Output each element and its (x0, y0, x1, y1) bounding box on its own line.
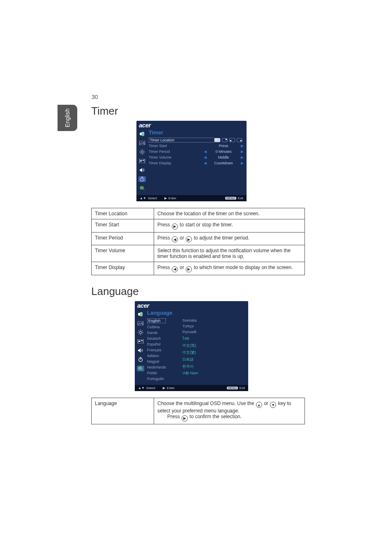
svg-point-9 (140, 186, 144, 190)
page-number: 30 (92, 94, 98, 100)
osd-row-label: Timer Location (149, 138, 214, 143)
right-arrow-icon: ▶ (172, 223, 178, 230)
lang-item[interactable]: Magyar (147, 359, 166, 364)
lang-item[interactable]: Dansk (147, 331, 166, 335)
svg-rect-7 (143, 160, 144, 161)
lang-item[interactable]: Français (147, 348, 166, 352)
desc-text: Press (167, 414, 181, 419)
down-arrow-icon: ▼ (270, 402, 276, 408)
right-arrow-icon: ▶ (240, 155, 244, 159)
screen-pos-icon (237, 138, 242, 142)
left-arrow-icon: ◀ (203, 155, 207, 159)
image-icon[interactable] (137, 320, 144, 326)
desc-text: Press (157, 222, 171, 228)
right-arrow-icon: ▶ (240, 161, 244, 165)
osd-row-value: Countdown (207, 161, 240, 165)
setting-desc: Press ◀ or ▶ to adjust the timer period. (154, 232, 305, 245)
language-osd-panel: acer Language English Čeština Dansk (135, 301, 248, 391)
management-icon[interactable] (137, 329, 144, 335)
osd-row-timer-display[interactable]: Timer Display ◀ Countdown ▶ (149, 160, 244, 166)
timer-settings-table: Timer Location Choose the location of th… (91, 208, 305, 275)
language-icon[interactable] (138, 185, 146, 191)
svg-point-12 (140, 313, 143, 316)
footer-enter-label: Enter (167, 386, 175, 390)
lang-item[interactable]: Español (147, 342, 166, 346)
setting-key: Timer Volume (92, 245, 154, 262)
language-grid: English Čeština Dansk Deutsch Español Fr… (147, 318, 246, 383)
desc-text: to adjust the timer period. (192, 235, 249, 241)
lang-item[interactable]: 中文(繁) (182, 350, 198, 355)
lang-item[interactable]: Deutsch (147, 336, 166, 341)
svg-point-4 (141, 151, 143, 153)
lang-item[interactable]: Italiano (147, 354, 166, 358)
screen-pos-icon (214, 138, 220, 142)
osd-brand: acer (136, 121, 247, 129)
setting-icon[interactable] (138, 158, 146, 164)
audio-icon[interactable] (138, 167, 146, 173)
side-tab-label: English (64, 108, 71, 127)
svg-point-14 (139, 331, 141, 333)
osd-brand: acer (135, 301, 248, 309)
lang-item[interactable]: ไทย (182, 336, 198, 341)
color-icon[interactable] (137, 311, 144, 317)
lang-item[interactable]: Việt Nam (182, 371, 198, 375)
up-down-arrow-icon: ▲▼ (138, 386, 145, 390)
left-arrow-icon: ◀ (172, 266, 178, 272)
language-icon[interactable] (137, 366, 144, 371)
svg-rect-6 (140, 160, 142, 161)
lang-item[interactable]: 中文(简) (182, 343, 198, 348)
desc-text: to confirm the selection. (188, 414, 242, 419)
setting-key: Language (92, 398, 154, 424)
management-icon[interactable] (138, 149, 146, 155)
lang-item[interactable]: 日本語 (182, 357, 198, 362)
setting-desc: Choose the multilingual OSD menu. Use th… (154, 398, 305, 424)
table-row: Timer Start Press ▶ to start or stop the… (92, 219, 305, 233)
language-side-tab: English (58, 105, 77, 131)
up-down-arrow-icon: ▲▼ (140, 196, 146, 200)
setting-desc: Press ▶ to start or stop the timer. (154, 219, 305, 233)
language-heading: Language (91, 285, 305, 298)
lang-item[interactable]: Čeština (147, 325, 166, 329)
timer-icon[interactable] (138, 176, 146, 182)
svg-rect-16 (138, 341, 140, 342)
lang-item[interactable]: Nederlands (147, 365, 166, 369)
osd-row-timer-period[interactable]: Timer Period ◀ 0 Minutes ▶ (149, 149, 244, 154)
desc-text: to start or stop the timer. (178, 222, 233, 228)
audio-icon[interactable] (137, 348, 144, 353)
osd-footer: ▲▼Select ▶Enter MENUExit (136, 195, 247, 201)
lang-item[interactable]: Svenska (182, 318, 198, 322)
osd-row-timer-location[interactable]: Timer Location (149, 137, 244, 143)
lang-item[interactable]: Português (147, 377, 166, 381)
right-arrow-icon: ▶ (163, 386, 165, 390)
osd-row-timer-start[interactable]: Timer Start Press ▶ (149, 143, 244, 149)
footer-select-label: Select (146, 386, 155, 390)
osd-row-label: Timer Display (149, 161, 203, 165)
right-arrow-icon: ▶ (240, 150, 244, 154)
timer-location-value-icons (214, 138, 242, 142)
footer-exit-label: Exit (240, 386, 245, 390)
desc-text-line2: Press ▶ to confirm the selection. (157, 414, 301, 421)
table-row: Timer Volume Select this function to adj… (92, 245, 305, 262)
lang-item[interactable]: Polski (147, 371, 166, 375)
lang-item[interactable]: English (147, 318, 166, 323)
lang-item[interactable]: Türkçe (182, 324, 198, 328)
setting-key: Timer Start (92, 219, 154, 233)
right-arrow-icon: ▶ (164, 196, 167, 200)
left-arrow-icon: ◀ (203, 161, 207, 165)
timer-icon[interactable] (137, 357, 144, 362)
setting-icon[interactable] (137, 339, 144, 344)
lang-item[interactable]: Русский (182, 330, 198, 334)
setting-desc: Press ◀ or ▶ to which timer mode to disp… (154, 262, 305, 275)
osd-row-timer-volume[interactable]: Timer Volume ◀ Middle ▶ (149, 154, 244, 160)
osd-row-label: Timer Volume (149, 155, 203, 159)
setting-desc: Select this function to adjust the notif… (154, 245, 305, 262)
footer-exit-label: Exit (238, 196, 243, 200)
footer-enter-label: Enter (168, 196, 176, 200)
language-col-1: English Čeština Dansk Deutsch Español Fr… (147, 318, 166, 381)
lang-item[interactable]: 한국어 (182, 364, 198, 369)
osd-sidebar-icons (136, 129, 148, 195)
color-icon[interactable] (138, 131, 146, 137)
language-col-2: Svenska Türkçe Русский ไทย 中文(简) 中文(繁) 日… (182, 318, 198, 381)
setting-key: Timer Period (92, 232, 154, 245)
image-icon[interactable] (138, 140, 146, 146)
